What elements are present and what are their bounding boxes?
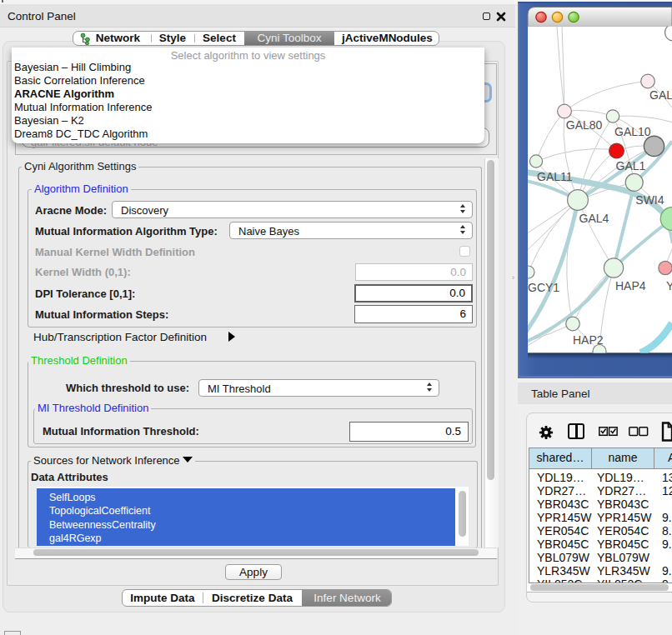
svg-text:GAL1: GAL1 — [616, 159, 646, 172]
svg-text:Y: Y — [666, 279, 672, 292]
svg-text:GAL80: GAL80 — [566, 118, 603, 132]
svg-text:GAL2: GAL2 — [649, 88, 672, 102]
svg-text:GAL11: GAL11 — [537, 170, 573, 183]
svg-text:GAL10: GAL10 — [614, 125, 651, 138]
svg-text:SWI4: SWI4 — [635, 193, 664, 207]
svg-text:GCY1: GCY1 — [528, 281, 559, 294]
svg-text:GAL4: GAL4 — [579, 212, 609, 225]
svg-text:HAP4: HAP4 — [615, 279, 646, 292]
svg-text:HAP2: HAP2 — [573, 333, 604, 347]
